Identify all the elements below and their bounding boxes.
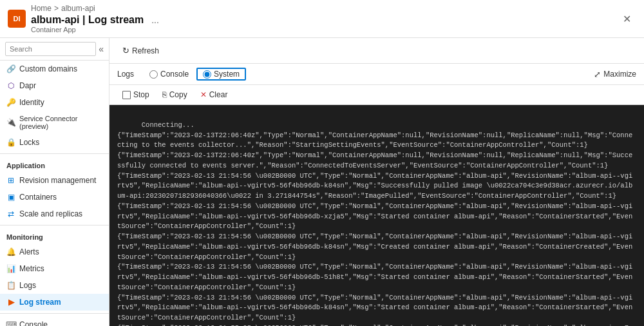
sidebar-item-log-stream[interactable]: ▶ Log stream — [0, 294, 109, 311]
dapr-icon: ⬡ — [6, 81, 15, 90]
top-bar: DI Home > album-api album-api | Log stre… — [0, 0, 644, 38]
logs-label: Logs — [117, 70, 134, 79]
sidebar-item-label: Alerts — [19, 247, 39, 256]
ellipsis-menu[interactable]: ... — [151, 15, 159, 25]
main-content: ↻ Refresh Logs Console System ⤢ Maximize — [109, 38, 644, 326]
refresh-icon: ↻ — [122, 46, 129, 55]
log-text: Connecting... {"TimeStamp":"2023-02-13T2… — [117, 121, 632, 326]
breadcrumb: Home > album-api — [31, 4, 159, 13]
action-bar: Stop ⎘ Copy ✕ Clear — [109, 85, 644, 105]
sidebar-item-label: Locks — [19, 138, 39, 147]
sidebar-divider-3 — [0, 313, 109, 314]
revision-icon: ⊞ — [6, 176, 15, 185]
logs-selector-bar: Logs Console System ⤢ Maximize — [109, 64, 644, 85]
sidebar-item-console[interactable]: ⌨ Console — [0, 316, 109, 326]
alerts-icon: 🔔 — [6, 247, 15, 256]
search-input[interactable] — [5, 42, 96, 56]
sidebar-item-label: Containers — [19, 193, 57, 202]
radio-console-input[interactable] — [149, 70, 158, 79]
radio-console-label: Console — [160, 70, 189, 79]
log-output[interactable]: Connecting... {"TimeStamp":"2023-02-13T2… — [109, 105, 644, 326]
radio-console[interactable]: Console — [149, 70, 189, 79]
sidebar-item-logs[interactable]: 📋 Logs — [0, 277, 109, 294]
radio-system-label: System — [214, 70, 240, 79]
sidebar: « 🔗 Custom domains ⬡ Dapr 🔑 Identity 🔌 S… — [0, 38, 109, 326]
identity-icon: 🔑 — [6, 98, 15, 107]
title-section: DI Home > album-api album-api | Log stre… — [8, 4, 159, 34]
sidebar-item-identity[interactable]: 🔑 Identity — [0, 94, 109, 111]
sidebar-item-locks[interactable]: 🔒 Locks — [0, 134, 109, 151]
close-button[interactable]: ✕ — [618, 10, 636, 28]
sidebar-item-label: Logs — [19, 281, 36, 290]
clear-button[interactable]: ✕ Clear — [195, 88, 233, 101]
log-stream-icon: ▶ — [6, 298, 15, 307]
console-icon: ⌨ — [6, 320, 15, 326]
sidebar-item-label: Custom domains — [19, 64, 77, 73]
sidebar-item-revision-management[interactable]: ⊞ Revision management — [0, 172, 109, 189]
sidebar-item-service-connector[interactable]: 🔌 Service Connector (preview) — [0, 111, 109, 134]
main-layout: « 🔗 Custom domains ⬡ Dapr 🔑 Identity 🔌 S… — [0, 38, 644, 326]
group-label-monitoring: Monitoring — [0, 228, 109, 244]
clear-icon: ✕ — [200, 90, 207, 99]
breadcrumb-home[interactable]: Home — [31, 4, 52, 13]
page-title: album-api | Log stream — [31, 14, 144, 26]
copy-button[interactable]: ⎘ Copy — [157, 88, 193, 101]
copy-label: Copy — [169, 90, 187, 99]
sidebar-item-dapr[interactable]: ⬡ Dapr — [0, 77, 109, 94]
collapse-button[interactable]: « — [99, 44, 104, 54]
refresh-label: Refresh — [132, 46, 159, 55]
sidebar-item-label: Log stream — [19, 298, 61, 307]
copy-icon: ⎘ — [162, 90, 167, 99]
radio-system-input[interactable] — [203, 70, 211, 79]
breadcrumb-separator: > — [54, 4, 59, 13]
group-label-application: Application — [0, 157, 109, 172]
sidebar-item-label: Revision management — [19, 176, 96, 185]
search-box: « — [0, 38, 109, 61]
sidebar-item-alerts[interactable]: 🔔 Alerts — [0, 244, 109, 260]
app-icon: DI — [8, 10, 26, 28]
radio-system[interactable]: System — [196, 68, 246, 81]
main-toolbar: ↻ Refresh — [109, 38, 644, 64]
sidebar-item-label: Dapr — [19, 81, 36, 90]
clear-label: Clear — [209, 90, 228, 99]
maximize-label: Maximize — [603, 70, 636, 79]
sidebar-item-label: Identity — [19, 98, 44, 107]
scale-icon: ⇄ — [6, 209, 15, 218]
service-connector-icon: 🔌 — [6, 118, 15, 127]
stop-checkbox-icon — [122, 91, 131, 99]
logs-icon: 📋 — [6, 281, 15, 290]
sidebar-item-label: Console — [19, 320, 48, 326]
refresh-button[interactable]: ↻ Refresh — [117, 43, 164, 58]
metrics-icon: 📊 — [6, 264, 15, 273]
sidebar-top-items: 🔗 Custom domains ⬡ Dapr 🔑 Identity 🔌 Ser… — [0, 61, 109, 151]
maximize-icon: ⤢ — [594, 70, 601, 79]
breadcrumb-app[interactable]: album-api — [61, 4, 95, 13]
stop-label: Stop — [133, 90, 149, 99]
log-type-radio-group: Console System — [149, 68, 246, 81]
containers-icon: ▣ — [6, 193, 15, 202]
page-subtitle: Container App — [31, 26, 159, 34]
sidebar-item-label: Service Connector (preview) — [19, 115, 102, 130]
sidebar-item-custom-domains[interactable]: 🔗 Custom domains — [0, 61, 109, 77]
sidebar-item-scale-replicas[interactable]: ⇄ Scale and replicas — [0, 206, 109, 222]
sidebar-item-metrics[interactable]: 📊 Metrics — [0, 260, 109, 277]
sidebar-divider-1 — [0, 153, 109, 154]
sidebar-item-label: Metrics — [19, 264, 44, 273]
sidebar-item-containers[interactable]: ▣ Containers — [0, 189, 109, 206]
maximize-button[interactable]: ⤢ Maximize — [594, 70, 636, 79]
stop-button[interactable]: Stop — [117, 88, 155, 101]
custom-domains-icon: 🔗 — [6, 64, 15, 73]
sidebar-item-label: Scale and replicas — [19, 209, 82, 218]
title-area: Home > album-api album-api | Log stream … — [31, 4, 159, 34]
sidebar-divider-2 — [0, 225, 109, 225]
locks-icon: 🔒 — [6, 138, 15, 147]
